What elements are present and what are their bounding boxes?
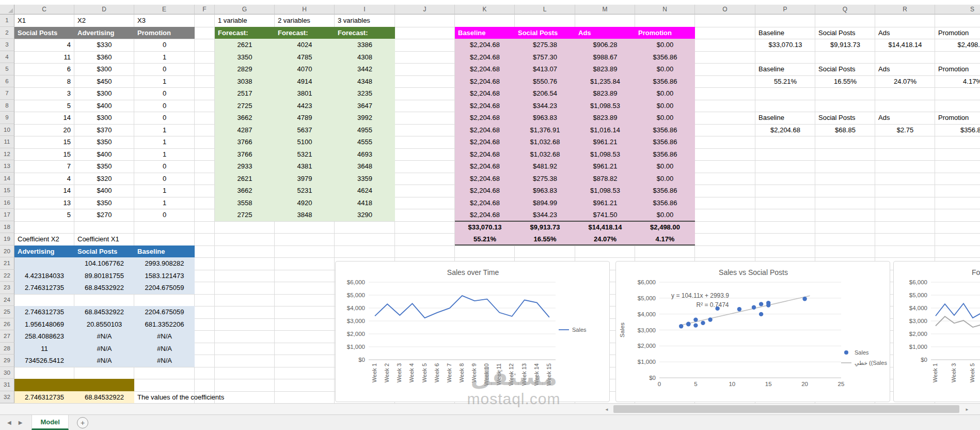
- excel-window: CDEFGHIJKLMNOPQRS 1234567891011121314151…: [0, 0, 980, 430]
- svg-text:$5,000: $5,000: [347, 292, 365, 298]
- svg-text:$2,000: $2,000: [347, 331, 365, 337]
- sheet-nav-left-icon[interactable]: ◀: [7, 420, 11, 425]
- svg-text:Week 2: Week 2: [384, 363, 390, 382]
- svg-text:Week 3: Week 3: [396, 363, 402, 382]
- svg-text:Week 13: Week 13: [521, 363, 527, 386]
- svg-text:Sales: Sales: [572, 327, 587, 333]
- svg-text:Week 12: Week 12: [508, 363, 514, 386]
- svg-text:Week 3: Week 3: [951, 363, 957, 382]
- svg-text:$4,000: $4,000: [638, 311, 656, 317]
- svg-text:Week 5: Week 5: [421, 363, 428, 382]
- charts-layer: Sales over Time$0$1,000$2,000$3,000$4,00…: [0, 0, 980, 430]
- svg-text:$6,000: $6,000: [638, 279, 656, 285]
- scroll-right-button[interactable]: ►: [962, 405, 972, 413]
- svg-text:Week 1: Week 1: [932, 363, 938, 382]
- svg-text:Sales: Sales: [855, 349, 869, 356]
- svg-text:$5,000: $5,000: [909, 292, 927, 298]
- chart-svg: Sales vs Social Posts$0$1,000$2,000$3,00…: [616, 262, 891, 403]
- svg-text:R² = 0.7474: R² = 0.7474: [696, 301, 729, 309]
- svg-text:$6,000: $6,000: [347, 279, 365, 285]
- svg-text:$0: $0: [358, 357, 365, 363]
- sheet-tab-model[interactable]: Model: [31, 415, 69, 430]
- svg-text:Week 1: Week 1: [371, 363, 377, 382]
- chart-svg: Forecast$0$1,000$2,000$3,000$4,000$5,000…: [894, 262, 980, 403]
- svg-text:Week 6: Week 6: [434, 363, 440, 382]
- chart-sales-over-time[interactable]: Sales over Time$0$1,000$2,000$3,000$4,00…: [335, 261, 610, 402]
- svg-text:$3,000: $3,000: [347, 318, 365, 324]
- scrollbar-thumb[interactable]: [613, 405, 959, 413]
- svg-text:10: 10: [729, 381, 735, 387]
- svg-text:Forecast: Forecast: [972, 268, 980, 277]
- svg-text:Sales over Time: Sales over Time: [447, 268, 499, 277]
- svg-text:Week 4: Week 4: [408, 363, 415, 382]
- svg-text:$0: $0: [649, 375, 656, 381]
- svg-text:$4,000: $4,000: [909, 305, 927, 311]
- svg-text:$3,000: $3,000: [909, 318, 927, 324]
- svg-text:$6,000: $6,000: [909, 279, 927, 285]
- svg-text:Sales: Sales: [619, 323, 625, 337]
- svg-text:5: 5: [694, 381, 697, 387]
- svg-text:$1,000: $1,000: [638, 359, 656, 365]
- svg-text:$0: $0: [921, 357, 927, 363]
- svg-text:15: 15: [765, 381, 772, 387]
- scrollbar-track[interactable]: [612, 405, 961, 414]
- svg-text:$4,000: $4,000: [347, 305, 365, 311]
- svg-text:Week 15: Week 15: [546, 363, 552, 386]
- svg-text:Sales vs Social Posts: Sales vs Social Posts: [719, 268, 788, 277]
- scroll-left-button[interactable]: ◄: [602, 405, 611, 413]
- chart-sales-vs-social-posts[interactable]: Sales vs Social Posts$0$1,000$2,000$3,00…: [615, 261, 890, 402]
- svg-text:Week 10: Week 10: [483, 363, 489, 386]
- svg-text:y = 104.11x + 2993.9: y = 104.11x + 2993.9: [671, 292, 729, 299]
- svg-text:$2,000: $2,000: [638, 343, 656, 349]
- svg-text:$1,000: $1,000: [909, 344, 927, 350]
- svg-text:0: 0: [658, 381, 661, 387]
- svg-text:20: 20: [801, 381, 808, 387]
- sheet-nav-right-icon[interactable]: ▶: [19, 420, 23, 425]
- chart-forecast[interactable]: Forecast$0$1,000$2,000$3,000$4,000$5,000…: [893, 261, 980, 402]
- svg-text:Week 14: Week 14: [533, 363, 540, 386]
- svg-text:$2,000: $2,000: [909, 331, 927, 337]
- svg-text:$3,000: $3,000: [638, 327, 656, 333]
- svg-text:Week 9: Week 9: [471, 363, 477, 382]
- horizontal-scrollbar: ◄ ►: [0, 403, 980, 414]
- add-sheet-button[interactable]: +: [77, 417, 88, 428]
- svg-text:25: 25: [838, 381, 845, 387]
- svg-text:$1,000: $1,000: [347, 344, 365, 350]
- sheet-tab-label: Model: [40, 418, 60, 426]
- svg-text:خطي ((Sales: خطي ((Sales: [855, 360, 887, 366]
- svg-text:Week 5: Week 5: [969, 363, 975, 382]
- svg-text:$5,000: $5,000: [638, 295, 656, 301]
- svg-text:Week 11: Week 11: [496, 363, 502, 385]
- svg-text:Week 8: Week 8: [459, 363, 465, 382]
- chart-svg: Sales over Time$0$1,000$2,000$3,000$4,00…: [336, 262, 610, 403]
- plus-icon: +: [81, 419, 85, 427]
- svg-text:Week 7: Week 7: [446, 363, 452, 382]
- sheet-tab-bar: ◀ ▶ Model +: [0, 414, 980, 430]
